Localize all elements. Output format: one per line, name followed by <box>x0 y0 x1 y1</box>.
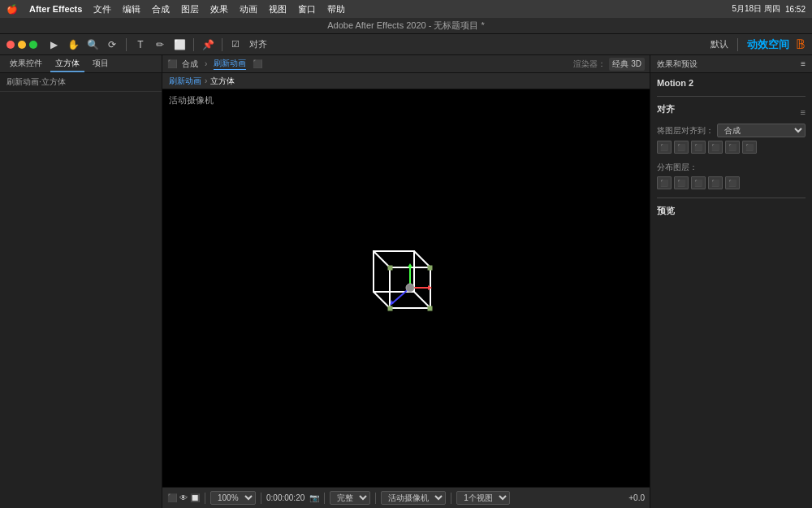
align-menu-btn[interactable]: ≡ <box>801 107 806 117</box>
align-center-v[interactable]: ⬛ <box>725 141 740 154</box>
menu-help[interactable]: 帮助 <box>327 3 345 15</box>
distribute-label-row: 分布图层： <box>657 162 806 173</box>
quality-dropdown[interactable]: 完整 <box>330 491 370 505</box>
tab-project[interactable]: 项目 <box>88 56 114 72</box>
tab-effect-controls[interactable]: 效果控件 <box>5 56 47 72</box>
text-tool[interactable]: T <box>132 37 149 53</box>
menu-animation[interactable]: 动画 <box>240 3 257 15</box>
minimize-window-btn[interactable] <box>18 41 26 49</box>
align-bottom[interactable]: ⬛ <box>742 141 757 154</box>
viewport-controls: ⬛ 👁 🔲 100% 0:00:00:20 📷 完整 活动摄像机 1个视图 <box>162 487 650 508</box>
hand-tool[interactable]: ✋ <box>65 37 81 53</box>
vc-icons: ⬛ 👁 🔲 <box>167 493 200 502</box>
svg-line-3 <box>414 251 430 267</box>
cube-container <box>357 239 455 338</box>
menu-items: 文件 编辑 合成 图层 效果 动画 视图 窗口 帮助 <box>93 3 345 15</box>
renderer-value[interactable]: 经典 3D <box>609 58 645 71</box>
apple-logo[interactable]: 🍎 <box>6 4 18 15</box>
menu-view[interactable]: 视图 <box>269 3 287 15</box>
center-area: ⬛ 合成 › 刷新动画 ⬛ 渲染器： 经典 3D 刷新动画 › 立方体 活动摄像… <box>162 55 650 508</box>
camera-dropdown[interactable]: 活动摄像机 <box>381 491 446 505</box>
vc-sep-4 <box>375 493 376 504</box>
breadcrumb-cube[interactable]: 立方体 <box>210 76 235 87</box>
menubar-date: 5月18日 周四 <box>732 3 780 15</box>
tab-cube[interactable]: 立方体 <box>50 56 84 72</box>
separator-2 <box>193 38 194 51</box>
align-label: 对齐 <box>249 38 267 50</box>
svg-line-4 <box>414 292 430 308</box>
preview-section: 预览 <box>657 205 806 217</box>
right-panel-header: 效果和预设 ≡ <box>650 55 812 73</box>
app-name: After Effects <box>29 4 82 14</box>
comp-tab-main[interactable]: 合成 <box>182 59 198 70</box>
right-panel: 效果和预设 ≡ Motion 2 对齐 ≡ 将图层对齐到： 合成 <box>650 55 812 508</box>
divider-2 <box>657 198 806 198</box>
align-center-h[interactable]: ⬛ <box>674 141 689 154</box>
zoom-tool[interactable]: 🔍 <box>84 37 101 53</box>
divider-1 <box>657 96 806 97</box>
dist-top[interactable]: ⬛ <box>708 176 723 189</box>
dist-left[interactable]: ⬛ <box>657 176 672 189</box>
preview-label: 预览 <box>657 206 675 215</box>
comp-icon2: ⬛ <box>253 59 262 68</box>
right-panel-content: Motion 2 对齐 ≡ 将图层对齐到： 合成 ⬛ ⬛ ⬛ <box>650 73 812 508</box>
ae-title: Adobe After Effects 2020 - 无标题项目 * <box>327 20 485 32</box>
menu-edit[interactable]: 编辑 <box>123 3 140 15</box>
dist-bottom[interactable]: ⬛ <box>725 176 740 189</box>
default-label[interactable]: 默认 <box>710 38 728 50</box>
vc-sep-2 <box>261 493 261 504</box>
comp-tab-refresh[interactable]: 刷新动画 <box>214 58 246 70</box>
close-window-btn[interactable] <box>6 41 15 49</box>
cube-svg <box>357 239 455 336</box>
viewport-camera-label: 活动摄像机 <box>169 94 214 106</box>
main-layout: 效果控件 立方体 项目 刷新动画·立方体 ⬛ 合成 › 刷新动画 ⬛ 渲染器： … <box>0 55 812 508</box>
dist-center-h[interactable]: ⬛ <box>674 176 689 189</box>
views-dropdown[interactable]: 1个视图 <box>456 491 510 505</box>
breadcrumb-sep: › <box>205 76 207 85</box>
menu-comp[interactable]: 合成 <box>152 3 170 15</box>
align-checkbox: ☑ <box>231 39 240 50</box>
breadcrumb-sep-1: › <box>205 59 207 68</box>
motion2-label: Motion 2 <box>657 78 806 88</box>
align-right[interactable]: ⬛ <box>691 141 706 154</box>
svg-line-5 <box>374 292 390 308</box>
pen-tool[interactable]: ✏ <box>152 37 168 53</box>
menu-effects[interactable]: 效果 <box>210 3 228 15</box>
breadcrumb-refresh[interactable]: 刷新动画 <box>169 76 201 87</box>
svg-rect-13 <box>388 266 392 270</box>
vc-icon-3[interactable]: 🔲 <box>190 493 200 502</box>
align-to-row: 将图层对齐到： 合成 <box>657 124 806 137</box>
align-left[interactable]: ⬛ <box>657 141 672 154</box>
left-panel-tabs: 效果控件 立方体 项目 <box>0 55 162 73</box>
left-panel: 效果控件 立方体 项目 刷新动画·立方体 <box>0 55 162 508</box>
align-section: 对齐 ≡ 将图层对齐到： 合成 ⬛ ⬛ ⬛ ⬛ ⬛ ⬛ <box>657 103 806 154</box>
distribute-icons: ⬛ ⬛ ⬛ ⬛ ⬛ <box>657 176 806 189</box>
vc-timecode: 0:00:00:20 <box>266 493 304 502</box>
menubar-time: 16:52 <box>785 5 806 14</box>
align-to-dropdown[interactable]: 合成 <box>717 124 806 137</box>
align-top[interactable]: ⬛ <box>708 141 723 154</box>
zoom-dropdown[interactable]: 100% <box>210 491 256 505</box>
mac-menubar: 🍎 After Effects 文件 编辑 合成 图层 效果 动画 视图 窗口 … <box>0 0 812 18</box>
svg-line-2 <box>374 251 390 267</box>
puppet-tool[interactable]: 📌 <box>200 37 216 53</box>
svg-point-12 <box>406 284 414 292</box>
right-panel-menu-icon[interactable]: ≡ <box>801 59 806 68</box>
effect-label: 刷新动画·立方体 <box>0 73 162 92</box>
viewport: 活动摄像机 <box>162 89 650 487</box>
distribute-section: 分布图层： ⬛ ⬛ ⬛ ⬛ ⬛ <box>657 162 806 189</box>
shape-tool[interactable]: ⬜ <box>171 37 188 53</box>
rotate-tool[interactable]: ⟳ <box>104 37 120 53</box>
ae-toolbar: ▶ ✋ 🔍 ⟳ T ✏ ⬜ 📌 ☑ 对齐 默认 动效空间 𝔹 <box>0 34 812 55</box>
menu-window[interactable]: 窗口 <box>298 3 316 15</box>
selection-tool[interactable]: ▶ <box>45 37 62 53</box>
dist-right[interactable]: ⬛ <box>691 176 706 189</box>
vc-icon-1[interactable]: ⬛ <box>167 493 177 502</box>
menu-file[interactable]: 文件 <box>93 3 111 15</box>
brand-label: 动效空间 <box>747 37 789 52</box>
vc-icon-2[interactable]: 👁 <box>179 493 188 502</box>
align-icons: ⬛ ⬛ ⬛ ⬛ ⬛ ⬛ <box>657 141 806 154</box>
composition-tabs: ⬛ 合成 › 刷新动画 ⬛ 渲染器： 经典 3D <box>162 55 650 73</box>
menu-layer[interactable]: 图层 <box>181 3 199 15</box>
maximize-window-btn[interactable] <box>29 41 37 49</box>
